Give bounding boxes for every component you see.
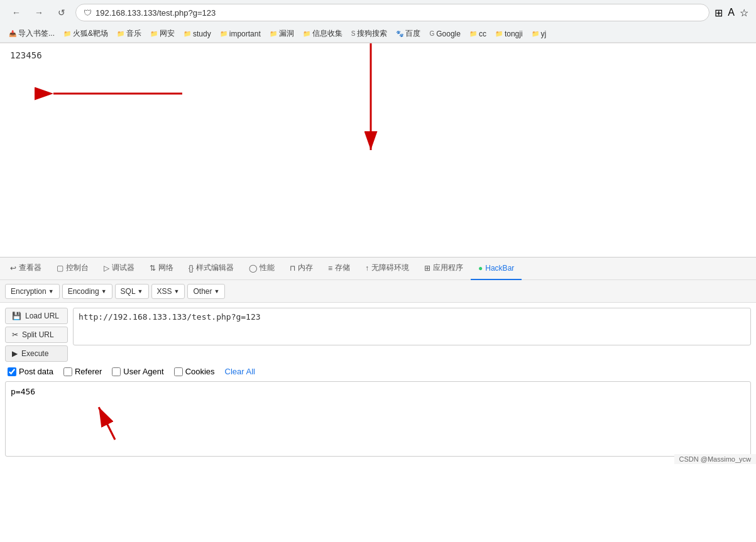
encryption-label: Encryption	[11, 287, 47, 296]
refresh-button[interactable]: ↺	[53, 4, 70, 21]
nav-right: ⊞ A ☆	[715, 7, 748, 19]
referer-checkbox-label[interactable]: Referer	[63, 367, 102, 376]
console-icon: ▢	[57, 264, 63, 273]
tab-accessibility[interactable]: ↑ 无障碍环境	[358, 257, 417, 280]
bookmark-vuln[interactable]: 📁 漏洞	[266, 27, 298, 40]
tab-debugger[interactable]: ▷ 调试器	[96, 257, 142, 280]
xss-arrow-icon: ▼	[174, 288, 180, 295]
forward-button[interactable]: →	[30, 4, 48, 21]
execute-icon: ▶	[12, 349, 18, 358]
tab-hackbar[interactable]: ● HackBar	[471, 257, 522, 280]
style-icon: {}	[189, 264, 194, 273]
tab-inspector[interactable]: ↩ 查看器	[3, 257, 49, 280]
cookies-label: Cookies	[185, 367, 215, 376]
load-url-icon: 💾	[12, 312, 21, 320]
inspector-icon: ↩	[10, 264, 16, 273]
post-data-textarea[interactable]: p=456	[5, 381, 751, 457]
bookmark-music[interactable]: 📁 音乐	[113, 27, 145, 40]
tab-application[interactable]: ⊞ 应用程序	[417, 257, 471, 280]
encoding-label: Encoding	[68, 287, 99, 296]
extensions-icon: ⊞	[715, 7, 723, 19]
translate-icon: A	[728, 7, 735, 18]
options-row: Post data Referer User Agent Cookies Cle…	[5, 367, 751, 376]
bookmark-icon: ☆	[740, 7, 748, 19]
bookmark-fox[interactable]: 📁 火狐&靶场	[60, 27, 112, 40]
user-agent-checkbox[interactable]	[112, 367, 121, 376]
storage-icon: ≡	[328, 264, 332, 273]
encoding-dropdown[interactable]: Encoding ▼	[62, 284, 112, 299]
execute-button[interactable]: ▶Execute	[5, 345, 68, 362]
devtools-panel: ↩ 查看器 ▢ 控制台 ▷ 调试器 ⇅ 网络 {} 样式编辑器 ◯ 性能 ⊓ 内…	[0, 257, 756, 464]
back-button[interactable]: ←	[8, 4, 25, 21]
page-output-text: 123456	[10, 50, 42, 60]
bookmark-important[interactable]: 📁 important	[216, 28, 265, 40]
performance-icon: ◯	[249, 264, 257, 273]
folder-icon-tongji: 📁	[495, 30, 503, 37]
referer-checkbox[interactable]	[63, 367, 72, 376]
user-agent-checkbox-label[interactable]: User Agent	[112, 367, 163, 376]
referer-label: Referer	[75, 367, 102, 376]
sql-dropdown[interactable]: SQL ▼	[115, 284, 149, 299]
xss-dropdown[interactable]: XSS ▼	[151, 284, 185, 299]
security-icon: 🛡	[84, 8, 92, 18]
encryption-dropdown[interactable]: Encryption ▼	[5, 284, 60, 299]
application-icon: ⊞	[424, 264, 430, 273]
bookmark-import[interactable]: 📥 导入书签...	[5, 27, 58, 40]
browser-chrome: ← → ↺ 🛡 192.168.133.133/test.php?g=123 ⊞…	[0, 0, 756, 43]
baidu-icon: 🐾	[396, 30, 403, 37]
folder-icon-info: 📁	[303, 30, 310, 37]
hackbar-main: 💾 Load URL ✂ Split URL ▶Execute http://1…	[0, 303, 756, 464]
address-bar: 🛡 192.168.133.133/test.php?g=123	[75, 4, 709, 21]
cookies-checkbox[interactable]	[174, 367, 183, 376]
status-bar: CSDN @Massimo_ycw	[674, 454, 756, 464]
post-data-checkbox[interactable]	[8, 367, 16, 376]
split-url-icon: ✂	[12, 330, 18, 339]
tab-style-editor[interactable]: {} 样式编辑器	[181, 257, 241, 280]
nav-bar: ← → ↺ 🛡 192.168.133.133/test.php?g=123 ⊞…	[0, 0, 756, 25]
clear-all-button[interactable]: Clear All	[225, 367, 255, 376]
bookmark-baidu[interactable]: 🐾 百度	[392, 27, 424, 40]
folder-icon-security: 📁	[150, 30, 158, 37]
url-input-field[interactable]: http://192.168.133.133/test.php?g=123	[73, 308, 751, 345]
tab-performance[interactable]: ◯ 性能	[241, 257, 282, 280]
cookies-checkbox-label[interactable]: Cookies	[174, 367, 215, 376]
bookmark-tongji[interactable]: 📁 tongji	[491, 28, 527, 40]
other-dropdown[interactable]: Other ▼	[187, 284, 225, 299]
folder-icon: 📁	[63, 30, 71, 37]
address-text[interactable]: 192.168.133.133/test.php?g=123	[96, 8, 701, 18]
folder-icon-cc: 📁	[469, 30, 477, 37]
bookmark-study[interactable]: 📁 study	[180, 28, 215, 40]
post-data-checkbox-label[interactable]: Post data	[8, 367, 53, 376]
debugger-icon: ▷	[104, 264, 109, 273]
tab-storage[interactable]: ≡ 存储	[320, 257, 358, 280]
action-buttons: 💾 Load URL ✂ Split URL ▶Execute	[5, 308, 68, 362]
hackbar-toolbar: Encryption ▼ Encoding ▼ SQL ▼ XSS ▼ Othe…	[0, 280, 756, 303]
split-url-button[interactable]: ✂ Split URL	[5, 327, 68, 343]
tab-network[interactable]: ⇅ 网络	[142, 257, 181, 280]
load-url-button[interactable]: 💾 Load URL	[5, 308, 68, 324]
folder-icon-study: 📁	[184, 30, 191, 37]
bookmark-folder-icon: 📥	[9, 30, 16, 37]
devtools-tabs: ↩ 查看器 ▢ 控制台 ▷ 调试器 ⇅ 网络 {} 样式编辑器 ◯ 性能 ⊓ 内…	[0, 257, 756, 280]
url-section: 💾 Load URL ✂ Split URL ▶Execute http://1…	[5, 308, 751, 362]
bookmark-cc[interactable]: 📁 cc	[466, 28, 490, 40]
xss-label: XSS	[157, 287, 172, 296]
bookmark-yj[interactable]: 📁 yj	[528, 28, 551, 40]
encoding-arrow-icon: ▼	[101, 288, 107, 295]
bookmark-google[interactable]: G Google	[425, 28, 464, 40]
user-agent-label: User Agent	[123, 367, 163, 376]
tab-memory[interactable]: ⊓ 内存	[282, 257, 320, 280]
bookmark-security[interactable]: 📁 网安	[146, 27, 178, 40]
tab-console[interactable]: ▢ 控制台	[49, 257, 96, 280]
sql-label: SQL	[121, 287, 136, 296]
memory-icon: ⊓	[290, 264, 295, 273]
bookmark-info[interactable]: 📁 信息收集	[299, 27, 346, 40]
bookmark-sogou[interactable]: S 搜狗搜索	[348, 27, 392, 40]
folder-icon-vuln: 📁	[270, 30, 277, 37]
other-label: Other	[193, 287, 212, 296]
post-data-label: Post data	[19, 367, 53, 376]
other-arrow-icon: ▼	[214, 288, 219, 295]
status-text: CSDN @Massimo_ycw	[679, 455, 751, 463]
sql-arrow-icon: ▼	[138, 288, 143, 295]
annotation-arrows	[0, 43, 756, 257]
